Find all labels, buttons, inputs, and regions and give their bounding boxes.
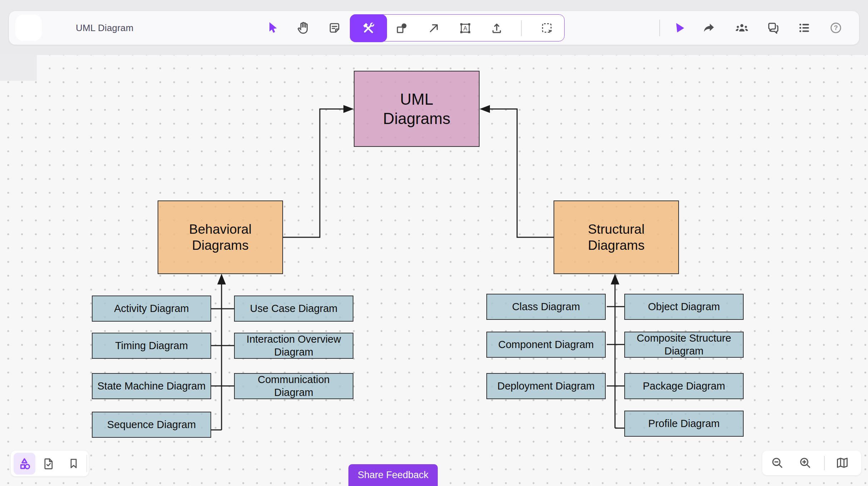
upload-tool-button[interactable]	[487, 18, 507, 38]
shape-icon	[395, 21, 408, 35]
select-cursor-icon	[266, 21, 280, 35]
shapes-panel-button[interactable]	[14, 453, 35, 475]
shapes-icon	[18, 457, 32, 471]
node-interaction-overview-diagram[interactable]: Interaction Overview Diagram	[234, 333, 353, 359]
marquee-select-icon	[540, 21, 554, 35]
comments-button[interactable]	[763, 18, 783, 38]
document-title[interactable]: UML Diagram	[76, 11, 134, 45]
doc-check-icon	[42, 457, 55, 470]
node-package-diagram[interactable]: Package Diagram	[624, 373, 744, 399]
node-profile-diagram[interactable]: Profile Diagram	[624, 411, 744, 437]
node-state-machine-diagram[interactable]: State Machine Diagram	[92, 373, 211, 399]
bookmark-button[interactable]	[64, 453, 84, 473]
arrow-icon	[427, 21, 441, 35]
zoom-in-icon	[798, 456, 812, 470]
node-deployment-diagram[interactable]: Deployment Diagram	[486, 373, 606, 399]
collaborators-icon	[735, 21, 749, 35]
bookmark-icon	[67, 457, 80, 470]
collaborators-button[interactable]	[732, 18, 752, 38]
present-button[interactable]	[669, 18, 689, 38]
bottom-right-panel	[762, 451, 861, 475]
help-button[interactable]: ?	[826, 18, 846, 38]
panel-divider	[824, 456, 825, 470]
node-object-diagram[interactable]: Object Diagram	[624, 294, 744, 320]
svg-text:A: A	[463, 25, 467, 31]
marquee-select-button[interactable]	[537, 18, 557, 38]
zoom-out-icon	[770, 456, 784, 470]
node-structural-diagrams[interactable]: Structural Diagrams	[554, 200, 679, 274]
zoom-out-button[interactable]	[767, 453, 787, 473]
node-composite-structure-diagram[interactable]: Composite Structure Diagram	[624, 332, 744, 358]
arrow-tool-button[interactable]	[424, 18, 444, 38]
upload-icon	[490, 21, 504, 35]
canvas-corner-notch	[0, 55, 37, 81]
tools-flyout-group: A	[350, 14, 565, 41]
hand-tool-button[interactable]	[293, 18, 313, 38]
sticky-note-icon	[328, 21, 341, 35]
node-use-case-diagram[interactable]: Use Case Diagram	[234, 296, 353, 322]
node-class-diagram[interactable]: Class Diagram	[486, 294, 606, 320]
node-sequence-diagram[interactable]: Sequence Diagram	[92, 412, 211, 438]
map-icon	[835, 456, 849, 470]
tool-group-divider	[521, 20, 522, 36]
list-button[interactable]	[794, 18, 814, 38]
help-icon: ?	[829, 21, 843, 35]
select-tool-button[interactable]	[263, 18, 283, 38]
present-icon	[673, 21, 686, 35]
list-icon	[798, 21, 811, 35]
home-button[interactable]	[15, 15, 42, 41]
zoom-in-button[interactable]	[795, 453, 815, 473]
sticky-note-tool-button[interactable]	[324, 18, 344, 38]
node-behavioral-diagrams[interactable]: Behavioral Diagrams	[158, 200, 283, 274]
share-button[interactable]	[699, 18, 719, 38]
bottom-left-panel	[11, 451, 89, 476]
whiteboard-app: UML Diagrams Behavioral Diagrams Structu…	[0, 0, 868, 486]
svg-text:?: ?	[834, 24, 838, 31]
top-toolbar: UML Diagram	[9, 11, 859, 45]
comments-icon	[767, 21, 780, 35]
tools-icon	[361, 20, 376, 36]
node-activity-diagram[interactable]: Activity Diagram	[92, 296, 211, 322]
text-tool-button[interactable]: A	[455, 18, 475, 38]
node-communication-diagram[interactable]: Communication Diagram	[234, 373, 353, 399]
text-frame-icon: A	[458, 21, 472, 35]
node-component-diagram[interactable]: Component Diagram	[486, 332, 606, 358]
templates-button[interactable]	[39, 453, 59, 473]
node-uml-diagrams[interactable]: UML Diagrams	[354, 71, 480, 147]
node-timing-diagram[interactable]: Timing Diagram	[92, 333, 211, 359]
panel-divider	[86, 455, 87, 472]
shape-tool-button[interactable]	[392, 18, 412, 38]
share-icon	[702, 21, 716, 35]
share-feedback-button[interactable]: Share Feedback	[348, 464, 438, 486]
tools-button[interactable]	[350, 14, 387, 42]
minimap-button[interactable]	[832, 453, 852, 473]
hand-icon	[297, 21, 310, 35]
header-divider	[659, 20, 660, 36]
